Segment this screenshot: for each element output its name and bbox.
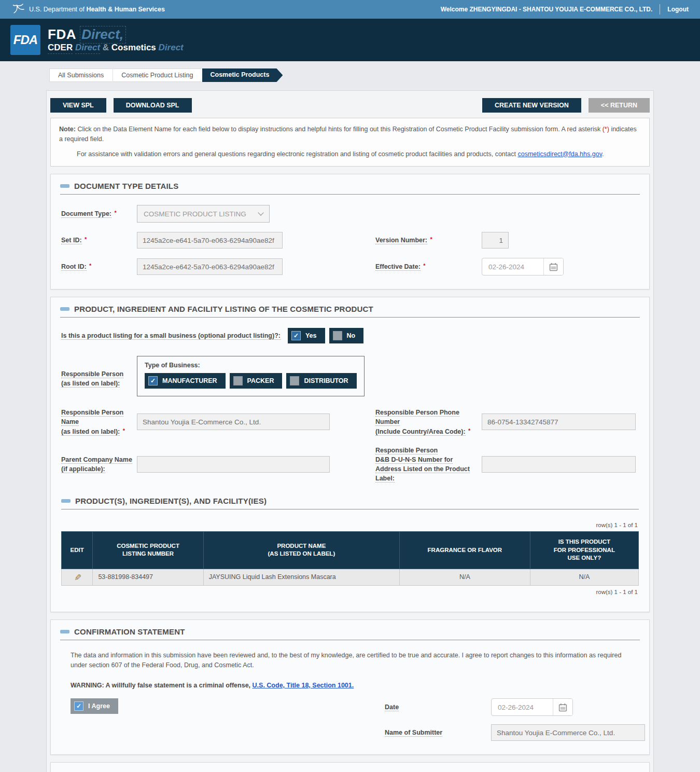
brand-ampersand: & (103, 43, 109, 52)
document-type-field: Document Type: * COSMETIC PRODUCT LISTIN… (61, 205, 375, 223)
i-agree-checkbox[interactable]: ✓ I Agree (71, 698, 118, 714)
edit-pencil-icon[interactable]: ✎ (72, 573, 82, 581)
distributor-label: DISTRIBUTOR (304, 377, 348, 384)
brand-cosmetics: Cosmetics (111, 43, 156, 53)
version-number-input[interactable] (482, 232, 509, 249)
product-listing-title: PRODUCT, INGREDIENT AND FACILITY LISTING… (74, 305, 373, 313)
small-business-question-row: Is this a product listing for a small bu… (61, 328, 639, 343)
warning-line: WARNING: A willfully false statement is … (71, 682, 639, 689)
small-business-no-checkbox[interactable]: ✓ No (329, 328, 364, 343)
breadcrumb-cosmetic-product-listing[interactable]: Cosmetic Product Listing (113, 68, 207, 82)
note-asterisk: (*) (603, 126, 609, 133)
brand-direct: Direct, (80, 26, 126, 44)
breadcrumb-cosmetic-products[interactable]: Cosmetic Products (202, 68, 283, 82)
rows-count-top: row(s) 1 - 1 of 1 (62, 522, 638, 528)
i-agree-cell: ✓ I Agree (71, 698, 385, 716)
version-number-label[interactable]: Version Number: * (375, 236, 482, 245)
confirmation-date-value[interactable]: 02-26-2024 (492, 699, 553, 715)
download-spl-button[interactable]: DOWNLOAD SPL (114, 98, 192, 113)
confirmation-header[interactable]: CONFIRMATION STATEMENT (60, 627, 640, 640)
collapse-icon[interactable] (60, 630, 69, 633)
date-label[interactable]: Date (385, 702, 491, 712)
note-line2: For assistance with validation errors an… (59, 149, 641, 159)
root-id-label[interactable]: Root ID: * (61, 262, 137, 271)
root-id-input[interactable] (137, 258, 283, 275)
responsible-person-label[interactable]: Responsible Person (as listed on label): (61, 356, 137, 388)
submitter-field: Name of Submitter (385, 724, 645, 741)
note-line2a: For assistance with validation errors an… (77, 150, 517, 158)
confirmation-date-picker: 02-26-2024 (491, 698, 573, 716)
col-edit: EDIT (62, 532, 93, 569)
brand-cosmetics-direct: Direct (159, 43, 184, 53)
parent-company-input[interactable] (137, 456, 330, 473)
note-prefix: Note: (59, 126, 76, 133)
parent-company-field: Parent Company Name (if applicable): (61, 446, 375, 484)
effective-date-value[interactable]: 02-26-2024 (482, 258, 543, 275)
note-line1: Note: Click on the Data Element Name for… (59, 125, 641, 144)
hhs-eagle-icon (11, 3, 25, 17)
document-type-value: COSMETIC PRODUCT LISTING (144, 210, 246, 218)
submitter-input[interactable] (491, 724, 645, 741)
unchecked-checkbox-icon: ✓ (233, 376, 243, 385)
note-body1a: Click on the Data Element Name for each … (76, 126, 603, 133)
duns-label[interactable]: Responsible Person D&B D-U-N-S Number fo… (375, 446, 482, 484)
additional-contact-header[interactable]: ADDITIONAL CONTACT INFORMATION FOR AUTHO… (60, 770, 640, 772)
set-id-input[interactable] (137, 232, 283, 249)
duns-input[interactable] (482, 456, 636, 473)
responsible-person-name-input[interactable] (137, 413, 330, 430)
checked-checkbox-icon: ✓ (74, 701, 83, 711)
parent-company-label[interactable]: Parent Company Name (if applicable): (61, 455, 137, 474)
version-number-field: Version Number: * (375, 232, 639, 249)
collapse-icon[interactable] (60, 184, 69, 188)
products-table-header[interactable]: PRODUCT(S), INGREDIENT(S), AND FACILITY(… (61, 497, 639, 509)
responsible-person-name-label[interactable]: Responsible Person Name (as listed on la… (61, 408, 137, 436)
us-code-link[interactable]: U.S. Code, Title 18, Section 1001. (253, 682, 354, 689)
submitter-label[interactable]: Name of Submitter (385, 728, 491, 737)
distributor-checkbox[interactable]: ✓ DISTRIBUTOR (286, 373, 356, 389)
confirmation-date-calendar-button[interactable] (553, 699, 572, 715)
root-id-field: Root ID: * (61, 258, 375, 275)
document-type-label[interactable]: Document Type: * (61, 209, 137, 218)
fda-logo: FDA (10, 25, 40, 55)
packer-checkbox[interactable]: ✓ PACKER (230, 373, 283, 389)
effective-date-calendar-button[interactable] (543, 258, 563, 275)
breadcrumb-all-submissions[interactable]: All Submissions (49, 68, 118, 82)
view-spl-button[interactable]: VIEW SPL (50, 98, 106, 113)
document-type-details-header[interactable]: DOCUMENT TYPE DETAILS (60, 182, 640, 195)
document-type-select[interactable]: COSMETIC PRODUCT LISTING (137, 205, 270, 223)
type-of-business-label: Type of Business: (145, 362, 357, 369)
unchecked-checkbox-icon: ✓ (290, 376, 299, 385)
logout-link[interactable]: Logout (667, 6, 689, 13)
small-business-question-label[interactable]: Is this a product listing for a small bu… (61, 332, 281, 339)
welcome-text: Welcome ZHENGYINGDAI - SHANTOU YOUJIA E-… (441, 6, 653, 13)
responsible-person-phone-label[interactable]: Responsible Person Phone Number (Include… (375, 408, 482, 436)
return-button[interactable]: << RETURN (589, 98, 650, 113)
cosmeticsdirect-email-link[interactable]: cosmeticsdirect@fda.hhs.gov (517, 150, 602, 158)
calendar-icon (549, 263, 558, 271)
yes-label: Yes (305, 332, 317, 339)
collapse-icon[interactable] (61, 499, 71, 503)
create-new-version-button[interactable]: CREATE NEW VERSION (482, 98, 581, 113)
document-type-details-panel: DOCUMENT TYPE DETAILS Document Type: * C… (50, 174, 650, 290)
edit-cell: ✎ (62, 569, 93, 585)
date-field: Date 02-26-2024 (385, 698, 645, 716)
effective-date-picker: 02-26-2024 (482, 258, 564, 275)
effective-date-label[interactable]: Effective Date: * (375, 262, 482, 271)
responsible-person-phone-input[interactable] (482, 413, 636, 430)
warning-text: WARNING: A willfully false statement is … (71, 682, 253, 689)
brand-fda: FDA (48, 26, 76, 42)
collapse-icon[interactable] (60, 307, 69, 311)
brand-line1: FDA Direct, (48, 27, 184, 42)
additional-contact-title: ADDITIONAL CONTACT INFORMATION FOR AUTHO… (74, 770, 324, 772)
products-table: EDIT COSMETIC PRODUCTLISTING NUMBER PROD… (61, 531, 639, 586)
products-table-header-row: EDIT COSMETIC PRODUCTLISTING NUMBER PROD… (62, 532, 639, 569)
i-agree-label: I Agree (88, 702, 110, 710)
set-id-label[interactable]: Set ID: * (61, 236, 137, 245)
product-listing-header[interactable]: PRODUCT, INGREDIENT AND FACILITY LISTING… (60, 305, 640, 318)
hhs-dept-text: U.S. Department of Health & Human Servic… (29, 6, 165, 13)
listing-number-cell: 53-881998-834497 (93, 569, 203, 585)
manufacturer-checkbox[interactable]: ✓ MANUFACTURER (145, 373, 226, 389)
confirmation-title: CONFIRMATION STATEMENT (74, 627, 185, 636)
brand-line2: CDER Direct & Cosmetics Direct (48, 43, 184, 53)
small-business-yes-checkbox[interactable]: ✓ Yes (288, 328, 325, 343)
